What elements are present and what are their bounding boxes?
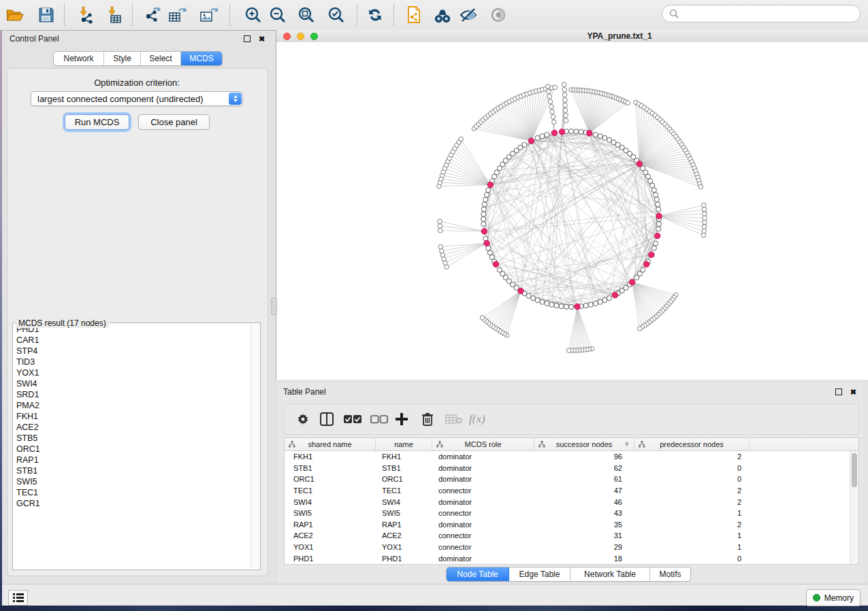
network-node[interactable] xyxy=(481,216,485,221)
network-node[interactable] xyxy=(656,227,661,231)
zoom-fit-icon[interactable] xyxy=(297,5,316,24)
network-node[interactable] xyxy=(551,114,556,119)
save-session-icon[interactable] xyxy=(37,5,56,24)
maximize-window-icon[interactable] xyxy=(310,33,318,40)
table-row[interactable]: STB1STB1dominator620 xyxy=(285,463,858,474)
list-item[interactable]: ACE2 xyxy=(14,422,251,433)
network-node[interactable] xyxy=(703,216,707,220)
export-network-icon[interactable] xyxy=(143,5,162,24)
mcds-network-node[interactable] xyxy=(487,182,493,187)
table-row[interactable]: ORC1ORC1dominator610 xyxy=(285,474,858,485)
mcds-list-scrollbar[interactable] xyxy=(251,324,259,567)
network-node[interactable] xyxy=(598,299,602,304)
network-node[interactable] xyxy=(540,134,545,139)
network-node[interactable] xyxy=(545,132,549,137)
import-network-icon[interactable] xyxy=(76,5,95,24)
float-panel-icon[interactable] xyxy=(835,389,842,395)
refresh-layout-icon[interactable] xyxy=(366,5,385,24)
tab-style[interactable]: Style xyxy=(104,52,141,65)
network-node[interactable] xyxy=(574,129,579,134)
list-item[interactable]: GCR1 xyxy=(14,498,251,509)
network-node[interactable] xyxy=(656,202,660,207)
column-header-name[interactable]: name xyxy=(376,438,432,450)
network-node[interactable] xyxy=(459,137,464,142)
network-node[interactable] xyxy=(653,241,658,246)
network-node[interactable] xyxy=(559,304,564,309)
network-node[interactable] xyxy=(566,348,571,353)
network-node[interactable] xyxy=(607,296,611,301)
network-node[interactable] xyxy=(484,193,489,197)
network-node[interactable] xyxy=(634,275,639,280)
network-node[interactable] xyxy=(562,82,566,87)
network-node[interactable] xyxy=(579,129,583,134)
network-node[interactable] xyxy=(568,304,573,309)
network-node[interactable] xyxy=(598,134,602,139)
scrollbar-thumb[interactable] xyxy=(852,453,857,487)
select-all-icon[interactable] xyxy=(344,410,361,429)
tab-motifs[interactable]: Motifs xyxy=(650,567,690,581)
network-node[interactable] xyxy=(489,254,494,259)
mcds-network-node[interactable] xyxy=(612,293,617,298)
network-node[interactable] xyxy=(497,267,502,272)
list-item[interactable]: SWI4 xyxy=(14,378,251,389)
network-node[interactable] xyxy=(703,212,707,216)
table-row[interactable]: FKH1FKH1dominator962 xyxy=(285,451,858,463)
network-node[interactable] xyxy=(481,207,486,212)
mcds-network-node[interactable] xyxy=(587,131,592,136)
zoom-out-icon[interactable] xyxy=(268,5,287,24)
network-node[interactable] xyxy=(702,225,707,229)
network-node[interactable] xyxy=(602,298,607,303)
tab-network-table[interactable]: Network Table xyxy=(570,567,650,581)
network-node[interactable] xyxy=(648,178,653,183)
network-node[interactable] xyxy=(698,184,703,189)
export-table-icon[interactable] xyxy=(167,5,187,24)
zoom-selected-icon[interactable] xyxy=(327,5,346,24)
network-node[interactable] xyxy=(540,299,545,304)
tab-network[interactable]: Network xyxy=(54,52,104,65)
tab-edge-table[interactable]: Edge Table xyxy=(509,567,570,581)
table-row[interactable]: SWI5SWI5connector431 xyxy=(285,508,858,519)
network-node[interactable] xyxy=(593,301,598,306)
network-node[interactable] xyxy=(562,93,567,97)
table-options-icon[interactable] xyxy=(296,410,310,429)
list-item[interactable]: YOX1 xyxy=(14,367,251,378)
network-node[interactable] xyxy=(438,244,443,249)
network-node[interactable] xyxy=(637,327,642,331)
network-node[interactable] xyxy=(438,224,443,229)
table-scrollbar[interactable] xyxy=(850,451,858,564)
network-node[interactable] xyxy=(593,132,598,137)
mcds-network-node[interactable] xyxy=(551,130,557,135)
network-node[interactable] xyxy=(602,135,607,140)
close-panel-icon[interactable]: ✖ xyxy=(850,389,856,395)
network-node[interactable] xyxy=(552,120,557,125)
network-node[interactable] xyxy=(626,101,630,105)
list-item[interactable]: SWI5 xyxy=(14,476,251,487)
network-node[interactable] xyxy=(564,304,568,309)
network-node[interactable] xyxy=(483,197,488,202)
network-node[interactable] xyxy=(550,110,555,114)
network-node[interactable] xyxy=(547,89,551,94)
network-node[interactable] xyxy=(481,222,486,227)
network-node[interactable] xyxy=(702,229,707,233)
network-node[interactable] xyxy=(535,298,540,303)
network-node[interactable] xyxy=(480,316,485,320)
list-item[interactable]: TID3 xyxy=(14,357,251,367)
network-canvas[interactable] xyxy=(276,42,868,380)
column-header-mcds-role[interactable]: MCDS role xyxy=(432,438,534,450)
search-field[interactable] xyxy=(662,5,861,22)
network-node[interactable] xyxy=(549,302,554,307)
open-session-icon[interactable] xyxy=(5,5,25,24)
list-item[interactable]: STP4 xyxy=(14,346,251,357)
network-node[interactable] xyxy=(486,188,491,193)
list-item[interactable]: STB1 xyxy=(14,465,251,476)
network-node[interactable] xyxy=(563,108,568,113)
network-node[interactable] xyxy=(583,303,588,308)
column-header-predecessor-nodes[interactable]: predecessor nodes xyxy=(634,438,750,450)
list-item[interactable]: TEC1 xyxy=(14,487,251,498)
show-all-icon[interactable] xyxy=(489,5,508,24)
mcds-network-node[interactable] xyxy=(654,233,660,238)
mcds-network-node[interactable] xyxy=(493,261,498,267)
list-item[interactable]: FKH1 xyxy=(14,411,251,422)
network-node[interactable] xyxy=(549,105,554,110)
column-header-shared-name[interactable]: shared name xyxy=(285,438,376,450)
